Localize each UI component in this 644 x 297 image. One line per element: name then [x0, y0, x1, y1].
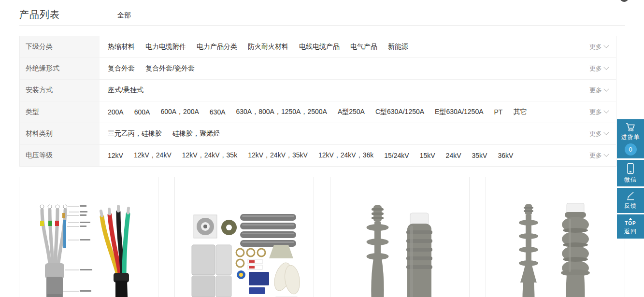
- filter-row-insulation: 外绝缘形式 复合外套复合外套/瓷外套 更多: [20, 58, 616, 80]
- chevron-down-icon: [603, 65, 609, 70]
- more-label: 更多: [589, 129, 602, 138]
- more-button[interactable]: 更多: [572, 145, 616, 166]
- filter-option[interactable]: 15kV: [420, 152, 435, 159]
- back-label: 返回: [624, 227, 637, 236]
- filter-option[interactable]: 600A，200A: [160, 108, 199, 116]
- installation-kit-image: [184, 199, 305, 297]
- back-top-button[interactable]: TOP 返回: [617, 214, 644, 239]
- filter-option[interactable]: 电力电缆附件: [145, 42, 186, 51]
- filter-option[interactable]: 630A: [210, 108, 226, 116]
- more-button[interactable]: 更多: [572, 36, 616, 57]
- chevron-down-icon: [603, 152, 609, 157]
- filter-options: 12kV12kV，24kV12kV，24kV，35k12kV，24kV，35kV…: [100, 145, 572, 166]
- filter-row-type: 类型 200A600A600A，200A630A630A，800A，1250A，…: [20, 101, 616, 123]
- pencil-icon: [626, 191, 635, 200]
- selected-category-tag[interactable]: 全部: [117, 11, 131, 20]
- more-button[interactable]: 更多: [572, 80, 616, 101]
- cart-count-badge: 0: [625, 143, 637, 156]
- more-button[interactable]: 更多: [572, 58, 616, 79]
- more-button[interactable]: 更多: [572, 123, 616, 144]
- top-label: TOP: [625, 221, 636, 226]
- cart-label: 进货单: [621, 133, 640, 141]
- filter-options: 复合外套复合外套/瓷外套: [100, 58, 572, 79]
- filter-option[interactable]: PT: [494, 108, 503, 116]
- filter-option[interactable]: 36kV: [498, 152, 513, 159]
- filter-options: 200A600A600A，200A630A630A，800A，1250A，250…: [100, 101, 572, 123]
- filter-option[interactable]: 电力产品分类: [197, 42, 237, 51]
- phone-icon: [626, 163, 635, 174]
- filter-option[interactable]: 电气产品: [350, 42, 377, 51]
- filter-label: 材料类别: [20, 123, 100, 144]
- filter-option[interactable]: 三元乙丙，硅橡胶: [108, 129, 162, 138]
- cold-shrink-termination-b-image: [495, 199, 616, 297]
- filter-option[interactable]: 200A: [108, 108, 124, 116]
- filter-label: 类型: [20, 101, 100, 123]
- wechat-label: 微信: [624, 176, 637, 184]
- product-grid: [19, 177, 625, 297]
- filter-option[interactable]: 新能源: [388, 42, 408, 51]
- cart-icon: [625, 123, 636, 132]
- filter-option[interactable]: 12kV，24kV，35kV: [248, 151, 308, 160]
- more-label: 更多: [589, 42, 602, 51]
- cable-termination-diagram-image: [29, 199, 149, 297]
- more-button[interactable]: 更多: [572, 101, 616, 123]
- chevron-down-icon: [603, 108, 609, 113]
- filter-option[interactable]: 15/24kV: [384, 152, 409, 159]
- filter-option[interactable]: 复合外套/瓷外套: [145, 64, 195, 73]
- more-label: 更多: [589, 86, 602, 95]
- filter-option[interactable]: C型630A/1250A: [375, 108, 424, 116]
- page-title: 产品列表: [19, 8, 60, 21]
- top-arrow-icon: [629, 218, 632, 220]
- filter-option[interactable]: 电线电缆产品: [299, 42, 340, 51]
- filter-option[interactable]: 12kV，24kV，36k: [318, 151, 373, 160]
- filter-option[interactable]: 35kV: [472, 152, 487, 159]
- chevron-down-icon: [603, 86, 609, 92]
- filter-option[interactable]: 硅橡胶，聚烯烃: [172, 129, 220, 138]
- product-card-4[interactable]: [486, 177, 625, 297]
- filter-row-mounting: 安装方式 座式/悬挂式 更多: [20, 80, 616, 101]
- filter-options: 三元乙丙，硅橡胶硅橡胶，聚烯烃: [100, 123, 572, 144]
- filter-options: 热缩材料电力电缆附件电力产品分类防火耐火材料电线电缆产品电气产品新能源: [100, 36, 572, 57]
- filter-label: 电压等级: [20, 145, 100, 166]
- header-divider: [19, 25, 625, 26]
- filter-option[interactable]: 600A: [134, 108, 150, 116]
- product-list-page: 产品列表 全部 下级分类 热缩材料电力电缆附件电力产品分类防火耐火材料电线电缆产…: [0, 0, 644, 297]
- avatar[interactable]: [620, 0, 629, 2]
- filter-option[interactable]: 12kV: [108, 152, 123, 159]
- filter-option[interactable]: 座式/悬挂式: [108, 86, 143, 95]
- product-card-1[interactable]: [19, 177, 158, 297]
- filter-row-voltage: 电压等级 12kV12kV，24kV12kV，24kV，35k12kV，24kV…: [20, 145, 616, 166]
- filter-option[interactable]: 12kV，24kV: [134, 151, 172, 160]
- filter-option[interactable]: E型630A/1250A: [435, 108, 483, 116]
- filter-option[interactable]: 热缩材料: [108, 42, 135, 51]
- filter-option[interactable]: 复合外套: [108, 64, 135, 73]
- filter-label: 外绝缘形式: [20, 58, 100, 79]
- cold-shrink-termination-image: [340, 199, 460, 297]
- cart-button[interactable]: 进货单 0: [617, 119, 644, 158]
- chevron-down-icon: [603, 43, 609, 48]
- filter-option[interactable]: 24kV: [446, 152, 461, 159]
- more-label: 更多: [589, 108, 602, 116]
- more-label: 更多: [589, 151, 602, 160]
- product-card-3[interactable]: [330, 177, 470, 297]
- product-card-2[interactable]: [174, 177, 314, 297]
- filter-panel: 下级分类 热缩材料电力电缆附件电力产品分类防火耐火材料电线电缆产品电气产品新能源…: [19, 36, 616, 167]
- filter-option[interactable]: 12kV，24kV，35k: [182, 151, 237, 160]
- filter-label: 安装方式: [20, 80, 100, 101]
- chevron-down-icon: [603, 130, 609, 135]
- filter-row-material: 材料类别 三元乙丙，硅橡胶硅橡胶，聚烯烃 更多: [20, 123, 616, 145]
- filter-option[interactable]: 防火耐火材料: [248, 42, 288, 51]
- filter-label: 下级分类: [20, 36, 100, 57]
- wechat-button[interactable]: 微信: [617, 160, 644, 186]
- filter-option[interactable]: 其它: [513, 108, 527, 116]
- feedback-button[interactable]: 反馈: [617, 188, 644, 213]
- more-label: 更多: [589, 64, 602, 73]
- feedback-label: 反馈: [624, 202, 637, 210]
- filter-option[interactable]: A型250A: [338, 108, 365, 116]
- filter-option[interactable]: 630A，800A，1250A，2500A: [236, 108, 327, 116]
- floating-sidebar: 进货单 0 微信 反馈 TOP 返回: [617, 119, 644, 239]
- filter-options: 座式/悬挂式: [100, 80, 572, 101]
- filter-row-subcategory: 下级分类 热缩材料电力电缆附件电力产品分类防火耐火材料电线电缆产品电气产品新能源…: [20, 36, 616, 58]
